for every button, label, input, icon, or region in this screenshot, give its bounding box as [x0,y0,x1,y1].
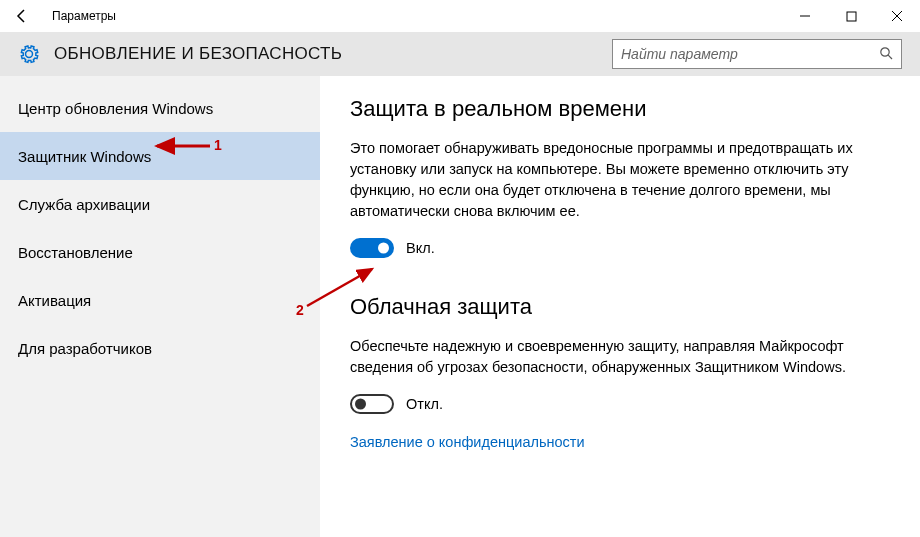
sidebar-item-for-developers[interactable]: Для разработчиков [0,324,320,372]
sidebar-item-label: Центр обновления Windows [18,100,213,117]
svg-rect-1 [847,12,856,21]
realtime-protection-title: Защита в реальном времени [350,96,880,122]
sidebar-item-label: Активация [18,292,91,309]
sidebar-item-recovery[interactable]: Восстановление [0,228,320,276]
sidebar-item-windows-update[interactable]: Центр обновления Windows [0,84,320,132]
search-icon [879,46,893,63]
realtime-protection-desc: Это помогает обнаруживать вредоносные пр… [350,138,860,222]
sidebar-item-label: Служба архивации [18,196,150,213]
svg-line-3 [888,55,892,59]
sidebar-item-label: Для разработчиков [18,340,152,357]
titlebar: Параметры [0,0,920,32]
header-title: ОБНОВЛЕНИЕ И БЕЗОПАСНОСТЬ [54,44,342,64]
gear-icon [18,43,40,65]
sidebar-item-backup[interactable]: Служба архивации [0,180,320,228]
sidebar-item-activation[interactable]: Активация [0,276,320,324]
realtime-protection-toggle-label: Вкл. [406,240,435,256]
header: ОБНОВЛЕНИЕ И БЕЗОПАСНОСТЬ [0,32,920,76]
sidebar-item-label: Защитник Windows [18,148,151,165]
annotation-label-2: 2 [296,302,304,318]
search-input[interactable] [621,46,879,62]
cloud-protection-toggle-label: Откл. [406,396,443,412]
body: Центр обновления Windows Защитник Window… [0,76,920,537]
window-title: Параметры [52,9,116,23]
svg-point-2 [881,47,889,55]
sidebar-item-label: Восстановление [18,244,133,261]
cloud-protection-toggle[interactable] [350,394,394,414]
cloud-protection-desc: Обеспечьте надежную и своевременную защи… [350,336,860,378]
maximize-button[interactable] [828,0,874,32]
cloud-protection-title: Облачная защита [350,294,880,320]
content: Защита в реальном времени Это помогает о… [320,76,920,537]
back-button[interactable] [8,2,36,30]
realtime-protection-toggle[interactable] [350,238,394,258]
sidebar-item-windows-defender[interactable]: Защитник Windows [0,132,320,180]
privacy-statement-link[interactable]: Заявление о конфиденциальности [350,434,585,450]
search-box[interactable] [612,39,902,69]
cloud-protection-toggle-row: Откл. [350,394,880,414]
realtime-protection-toggle-row: Вкл. [350,238,880,258]
close-button[interactable] [874,0,920,32]
annotation-label-1: 1 [214,137,222,153]
minimize-button[interactable] [782,0,828,32]
window-controls [782,0,920,32]
sidebar: Центр обновления Windows Защитник Window… [0,76,320,537]
